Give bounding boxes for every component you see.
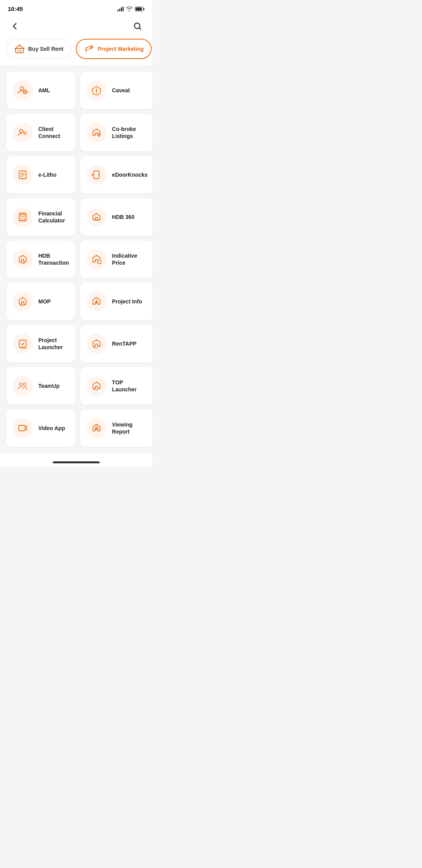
teamup-icon [13, 376, 33, 396]
svg-text:RENT: RENT [93, 347, 98, 349]
grid-item-viewingreport[interactable]: Viewing Report [80, 409, 152, 447]
client-connect-icon [13, 122, 33, 143]
bottom-bar [0, 453, 152, 466]
svg-text:AML: AML [24, 91, 28, 93]
svg-point-52 [20, 383, 22, 386]
client-connect-label: Client Connect [38, 126, 69, 140]
svg-rect-35 [20, 214, 25, 216]
cobroke-icon [86, 122, 107, 143]
svg-point-20 [96, 92, 97, 93]
grid-item-indicativeprice[interactable]: $ Indicative Price [80, 240, 152, 278]
financial-icon [13, 207, 33, 227]
edoorknocks-icon [86, 165, 107, 185]
aml-label: AML [38, 87, 50, 94]
hdb360-icon: HDB [86, 207, 107, 227]
projectinfo-icon [86, 291, 107, 312]
mop-label: MOP [38, 298, 51, 305]
tab-buy-sell-rent[interactable]: Buy Sell Rent [6, 39, 71, 59]
status-bar: 10:45 [0, 0, 152, 15]
hdb360-label: HDB 360 [112, 213, 135, 221]
svg-text:HDB: HDB [95, 219, 99, 221]
svg-point-57 [96, 428, 97, 429]
back-button[interactable] [8, 19, 22, 33]
financial-label: Financial Calculator [38, 210, 69, 224]
svg-point-7 [134, 23, 140, 29]
cobroke-label: Co-broke Listings [112, 126, 148, 140]
grid-item-financial[interactable]: Financial Calculator [6, 198, 75, 236]
videoapp-label: Video App [38, 425, 65, 432]
rentapp-label: RenTAPP [112, 340, 137, 347]
svg-point-40 [22, 220, 23, 221]
grid-item-hdb360[interactable]: HDB HDB 360 [80, 198, 152, 236]
svg-point-11 [91, 46, 93, 48]
buy-sell-rent-icon [14, 43, 25, 54]
grid-item-cobroke[interactable]: Co-broke Listings [80, 114, 152, 151]
grid-item-mop[interactable]: MOP MOP [6, 283, 75, 320]
svg-point-38 [24, 218, 25, 219]
grid-item-videoapp[interactable]: Video App [6, 409, 75, 447]
tabs-container: Buy Sell Rent Project Marketing [0, 39, 152, 65]
grid-item-aml[interactable]: AML AML [6, 72, 75, 109]
grid-item-edoorknocks[interactable]: eDoorKnocks [80, 156, 152, 194]
grid-item-caveat[interactable]: Caveat [80, 72, 152, 109]
search-button[interactable] [131, 19, 145, 33]
signal-icon [117, 7, 124, 11]
toplauncher-icon: TOP [86, 376, 107, 396]
tab-buy-sell-rent-label: Buy Sell Rent [28, 46, 63, 52]
teamup-label: TeamUp [38, 382, 59, 389]
svg-rect-49 [19, 340, 26, 347]
home-indicator [53, 461, 100, 463]
videoapp-icon [13, 418, 33, 438]
viewingreport-icon [86, 418, 107, 438]
grid-item-teamup[interactable]: TeamUp [6, 367, 75, 405]
rentapp-icon: RENT [86, 334, 107, 354]
svg-rect-5 [143, 8, 145, 10]
svg-text:PROJECT: PROJECT [20, 347, 27, 349]
svg-rect-6 [136, 7, 142, 11]
grid-item-hdbtransaction[interactable]: HDB HDB Transaction [6, 240, 75, 278]
viewingreport-label: Viewing Report [112, 421, 148, 435]
caveat-label: Caveat [112, 87, 130, 94]
grid-item-projectinfo[interactable]: Project Info [80, 283, 152, 320]
svg-point-21 [20, 129, 23, 133]
svg-rect-0 [117, 10, 118, 11]
svg-rect-2 [121, 7, 122, 11]
svg-point-39 [20, 220, 21, 221]
projectinfo-label: Project Info [112, 298, 142, 305]
indicativeprice-icon: $ [86, 249, 107, 269]
svg-text:TOP: TOP [94, 389, 97, 391]
svg-point-37 [22, 218, 23, 219]
svg-point-32 [98, 174, 99, 176]
svg-text:MOP: MOP [20, 304, 25, 307]
svg-point-36 [20, 218, 21, 219]
svg-point-41 [24, 220, 25, 221]
svg-point-15 [20, 87, 24, 90]
indicativeprice-label: Indicative Price [112, 252, 148, 266]
time: 10:45 [8, 5, 23, 12]
svg-rect-3 [123, 7, 124, 11]
project-marketing-icon [84, 43, 95, 54]
tab-project-marketing[interactable]: Project Marketing [76, 39, 151, 59]
grid-item-rentapp[interactable]: RENT RenTAPP [80, 325, 152, 362]
elitho-label: e-Litho [38, 171, 57, 178]
edoorknocks-label: eDoorKnocks [112, 171, 148, 178]
wifi-icon [126, 7, 132, 11]
aml-icon: AML [13, 80, 33, 100]
hdbtransaction-label: HDB Transaction [38, 252, 69, 266]
grid-item-toplauncher[interactable]: TOP TOP Launcher [80, 367, 152, 405]
grid-container: AML AML Caveat Client Connect [0, 65, 152, 453]
mop-icon: MOP [13, 291, 33, 312]
battery-icon [135, 7, 145, 11]
elitho-icon [13, 165, 33, 185]
svg-rect-55 [19, 425, 25, 431]
grid-item-elitho[interactable]: e-Litho [6, 156, 75, 194]
tab-project-marketing-label: Project Marketing [98, 46, 143, 52]
svg-rect-1 [119, 9, 120, 11]
toplauncher-label: TOP Launcher [112, 379, 148, 393]
svg-text:HDB: HDB [21, 262, 25, 264]
grid-item-projectlauncher[interactable]: PROJECT Project Launcher [6, 325, 75, 362]
hdbtransaction-icon: HDB [13, 249, 33, 269]
svg-line-23 [23, 131, 24, 132]
grid-item-client-connect[interactable]: Client Connect [6, 114, 75, 151]
svg-point-48 [96, 300, 97, 301]
